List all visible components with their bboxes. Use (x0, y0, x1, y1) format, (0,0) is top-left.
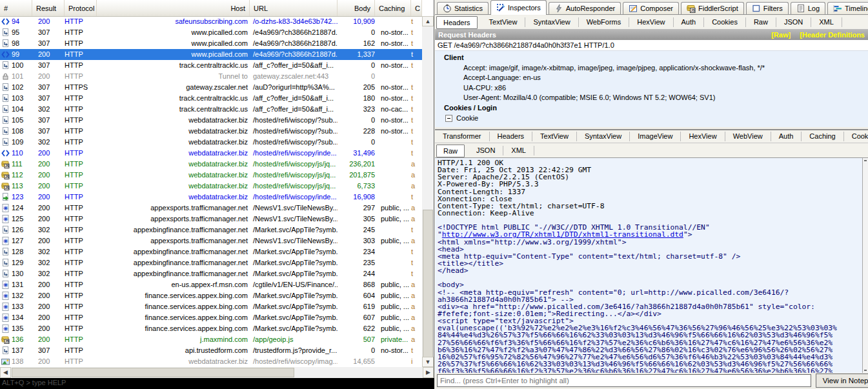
session-row-137[interactable]: 137307HTTPapi.trustedform.com/trustedfor… (0, 345, 422, 356)
raw-link[interactable]: [Raw] (771, 31, 791, 39)
response-tab-cookies[interactable]: Cookies (844, 132, 868, 141)
session-row-109[interactable]: 109302HTTPwebdatatracker.biz/hosted/refi… (0, 137, 422, 148)
session-row-101[interactable]: 101200HTTPTunnel togateway.zscaler.net:4… (0, 71, 422, 82)
response-tab-imageview[interactable]: ImageView (630, 132, 681, 141)
scroll-left-button[interactable]: ◀ (0, 367, 11, 378)
request-tab-hexview[interactable]: HexView (629, 17, 673, 27)
svg-text:JS: JS (5, 175, 10, 179)
protocol: HTTP (65, 38, 97, 49)
session-row-110[interactable]: 110200HTTPwebdatatracker.biz/hosted/refi… (0, 148, 422, 159)
response-view-tab-xml[interactable]: XML (503, 146, 534, 155)
request-tab-xml[interactable]: XML (811, 17, 842, 27)
scroll-right-button[interactable]: ▶ (423, 367, 434, 378)
scroll-down-button[interactable] (864, 370, 867, 371)
tab-timeline[interactable]: Timeline (827, 2, 868, 14)
vscroll-thumb[interactable] (423, 210, 433, 363)
scroll-up-button[interactable] (864, 160, 867, 161)
response-tab-hexview[interactable]: HexView (681, 132, 725, 141)
session-row-136[interactable]: JS136200HTTPj.maxmind.com/app/geoip.js50… (0, 334, 422, 345)
request-tab-cookies[interactable]: Cookies (704, 17, 746, 27)
protocol: HTTP (65, 356, 97, 367)
session-row-104[interactable]: 104302HTTPtrack.centraltracklc.us/aff_c?… (0, 104, 422, 115)
response-view-tab-json[interactable]: JSON (469, 146, 503, 155)
column-header-caching[interactable]: Caching (375, 0, 411, 16)
session-row-128[interactable]: 128302HTTPappexbingfinance.trafficmanage… (0, 246, 422, 257)
session-row-100[interactable]: 100307HTTPtrack.centraltracklc.us/aff_c?… (0, 60, 422, 71)
session-list-vscrollbar[interactable]: ▲ ▼ (422, 16, 434, 367)
session-row-125[interactable]: ✳125200HTTPappexsports.trafficmanager.ne… (0, 214, 422, 224)
session-row-112[interactable]: JS112200HTTPwebdatatracker.biz/hosted/re… (0, 170, 422, 181)
column-header-c[interactable]: C (411, 0, 422, 16)
session-row-95[interactable]: 95307HTTPwww.picalled.com/e4a969/?ch3866… (0, 27, 422, 38)
request-tab-webforms[interactable]: WebForms (579, 17, 630, 27)
response-tab-syntaxview[interactable]: SyntaxView (577, 132, 630, 141)
tab-filters[interactable]: Filters (746, 2, 789, 14)
tab-log[interactable]: Log (791, 2, 825, 14)
session-row-135[interactable]: ✳135200HTTPfinance.services.appex.bing.c… (0, 323, 422, 334)
response-tab-headers[interactable]: Headers (490, 132, 533, 141)
column-header-body[interactable]: Body (338, 0, 375, 16)
session-row-127[interactable]: ✳127200HTTPappexsports.trafficmanager.ne… (0, 235, 422, 246)
response-raw-vscrollbar[interactable] (862, 158, 868, 373)
session-row-133[interactable]: ✳133200HTTPfinance.services.appex.bing.c… (0, 301, 422, 312)
response-raw-view[interactable]: HTTP/1.1 200 OKDate: Fri, 25 Oct 2013 22… (435, 157, 868, 373)
session-row-126[interactable]: 126302HTTPappexbingfinance.trafficmanage… (0, 224, 422, 235)
response-tab-auth[interactable]: Auth (771, 132, 802, 141)
find-input[interactable] (437, 374, 811, 387)
column-header-result[interactable]: Result (32, 0, 65, 16)
response-tab-caching[interactable]: Caching (802, 132, 843, 141)
session-row-108[interactable]: 108307HTTPwebdatatracker.biz/hosted/refi… (0, 126, 422, 137)
session-row-105[interactable]: 105307HTTPwebdatatracker.biz/hosted/refi… (0, 115, 422, 126)
tab-inspectors[interactable]: Inspectors (490, 0, 547, 15)
header-expandable[interactable]: Cookie (435, 114, 868, 124)
request-tab-auth[interactable]: Auth (674, 17, 705, 27)
column-header-host[interactable]: Host (97, 0, 250, 16)
session-row-131[interactable]: ✳131200HTTPen-us.appex-rf.msn.com/cgtile… (0, 279, 422, 290)
session-list-hscrollbar[interactable]: ◀ ▶ (0, 367, 434, 378)
session-row-132[interactable]: ✳132200HTTPfinance.services.appex.bing.c… (0, 290, 422, 301)
collapse-toggle-icon[interactable] (445, 115, 452, 122)
session-row-103[interactable]: 103307HTTPtrack.centraltracklc.us/aff_c?… (0, 93, 422, 104)
quickexec-bar[interactable]: ALT+Q > type HELP (0, 378, 434, 389)
view-in-notepad-button[interactable]: View in Notepad (816, 374, 868, 388)
tab-fiddlerscript[interactable]: JSFiddlerScript (681, 2, 744, 14)
session-row-134[interactable]: ✳134200HTTPfinance.services.appex.bing.c… (0, 312, 422, 323)
request-tab-syntaxview[interactable]: SyntaxView (525, 17, 578, 27)
session-number: 108 (12, 126, 23, 137)
session-row-99[interactable]: 99200HTTPwww.picalled.com/e4a969/?ch3866… (0, 49, 422, 60)
column-header-protocol[interactable]: Protocol (65, 0, 97, 16)
session-row-113[interactable]: JS113200HTTPwebdatatracker.biz/hosted/re… (0, 181, 422, 192)
response-tab-transformer[interactable]: Transformer (435, 132, 490, 141)
session-row-123[interactable]: 123200HTTPwebdatatracker.biz/hosted/refi… (0, 192, 422, 203)
request-line[interactable]: GET /e4a969/?ch3866h21887d4a0h0h3f37e1 H… (435, 40, 868, 51)
hscroll-thumb[interactable] (12, 368, 294, 377)
body-size: 604 (338, 290, 375, 301)
tab-autoresponder[interactable]: AutoResponder (549, 2, 621, 14)
session-row-94[interactable]: 94200HTTPsafeunsubscribing.com/o-dzhs-k8… (0, 16, 422, 27)
session-row-129[interactable]: 129302HTTPappexbingfinance.trafficmanage… (0, 257, 422, 268)
session-row-111[interactable]: JS111200HTTPwebdatatracker.biz/hosted/re… (0, 159, 422, 170)
body-size: 14,655 (338, 356, 375, 367)
session-row-98[interactable]: 98307HTTPwww.picalled.com/e4a969/?ch3866… (0, 38, 422, 49)
tab-statistics[interactable]: Statistics (437, 2, 489, 14)
session-list-header[interactable]: #ResultProtocolHostURLBodyCachingC (0, 0, 422, 17)
request-tab-textview[interactable]: TextView (481, 17, 526, 27)
response-tab-textview[interactable]: TextView (532, 132, 577, 141)
body-size: 244 (338, 268, 375, 279)
request-tab-raw[interactable]: Raw (746, 17, 776, 27)
session-row-102[interactable]: 102307HTTPSgateway.zscaler.net/auD?origu… (0, 82, 422, 93)
request-tab-json[interactable]: JSON (776, 17, 811, 27)
column-header-url[interactable]: URL (250, 0, 338, 16)
request-tab-headers[interactable]: Headers (436, 16, 478, 29)
content-type-sliver: t (411, 60, 422, 71)
scroll-down-button[interactable]: ▼ (422, 357, 434, 367)
header-definitions-link[interactable]: [Header Definitions (800, 31, 865, 39)
column-header-#[interactable]: # (0, 0, 32, 16)
response-tab-webview[interactable]: WebView (725, 132, 771, 141)
session-row-130[interactable]: 130302HTTPappexbingfinance.trafficmanage… (0, 268, 422, 279)
response-view-tab-raw[interactable]: Raw (436, 145, 465, 157)
session-row-138[interactable]: 138200HTTPwebdatatracker.biz/hosted/refi… (0, 356, 422, 367)
scroll-up-button[interactable]: ▲ (422, 16, 434, 26)
session-row-124[interactable]: ✳124200HTTPappexsports.trafficmanager.ne… (0, 203, 422, 214)
tab-composer[interactable]: Composer (623, 2, 679, 14)
